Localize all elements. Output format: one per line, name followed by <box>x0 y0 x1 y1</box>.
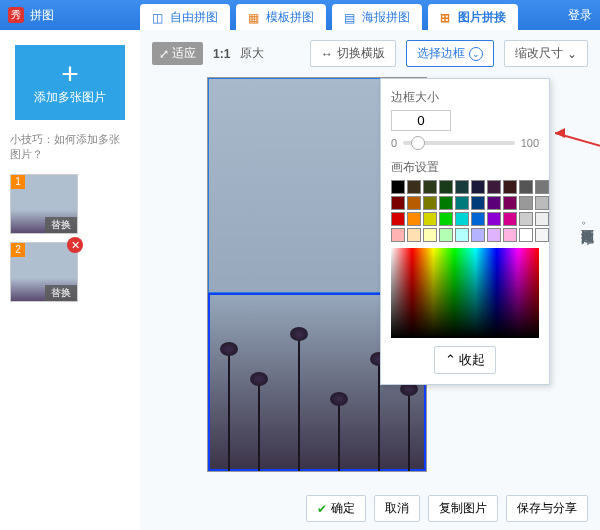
color-swatch[interactable] <box>391 180 405 194</box>
save-share-button[interactable]: 保存与分享 <box>506 495 588 522</box>
tab-1[interactable]: ▦模板拼图 <box>236 4 326 30</box>
color-swatch[interactable] <box>503 180 517 194</box>
thumbnail[interactable]: 1替换 <box>10 174 78 234</box>
resize-button[interactable]: 缩改尺寸 ⌄ <box>504 40 588 67</box>
color-swatch[interactable] <box>535 228 549 242</box>
tab-bar: ◫自由拼图▦模板拼图▤海报拼图⊞图片拼接 <box>140 4 518 30</box>
tab-3[interactable]: ⊞图片拼接 <box>428 4 518 30</box>
color-swatch[interactable] <box>519 180 533 194</box>
color-swatch[interactable] <box>487 196 501 210</box>
color-swatch[interactable] <box>471 228 485 242</box>
color-swatch[interactable] <box>423 196 437 210</box>
switch-icon: ↔ <box>321 47 333 61</box>
chevron-up-icon: ⌃ <box>445 352 456 367</box>
footer-buttons: ✔确定 取消 复制图片 保存与分享 <box>306 495 588 522</box>
border-popup: 边框大小 0 100 画布设置 ⌃ 收起 <box>380 78 550 385</box>
fit-icon: ⤢ <box>159 47 169 61</box>
copy-image-button[interactable]: 复制图片 <box>428 495 498 522</box>
thumb-index: 2 <box>11 243 25 257</box>
color-swatch[interactable] <box>471 212 485 226</box>
tab-icon: ◫ <box>152 11 166 25</box>
color-swatch[interactable] <box>535 180 549 194</box>
color-swatch[interactable] <box>423 228 437 242</box>
svg-line-0 <box>555 133 600 180</box>
color-swatch[interactable] <box>455 212 469 226</box>
color-swatch[interactable] <box>439 212 453 226</box>
tab-icon: ⊞ <box>440 11 454 25</box>
color-swatch[interactable] <box>535 212 549 226</box>
annotation-text: 可拖动图片更换顺序。 <box>578 220 596 233</box>
color-swatch[interactable] <box>535 196 549 210</box>
color-swatch[interactable] <box>519 196 533 210</box>
add-images-button[interactable]: + 添加多张图片 <box>15 45 125 120</box>
app-logo: 秀 <box>8 7 24 23</box>
canvas-toolbar: ⤢ 适应 1:1 原大 ↔ 切换横版 选择边框 ⌄ 缩改尺寸 ⌄ <box>152 40 588 67</box>
cancel-button[interactable]: 取消 <box>374 495 420 522</box>
border-size-input[interactable] <box>391 110 451 131</box>
color-swatch[interactable] <box>407 212 421 226</box>
color-swatch[interactable] <box>407 196 421 210</box>
select-border-button[interactable]: 选择边框 ⌄ <box>406 40 494 67</box>
ok-button[interactable]: ✔确定 <box>306 495 366 522</box>
color-swatch[interactable] <box>455 196 469 210</box>
color-swatch[interactable] <box>391 228 405 242</box>
color-swatch[interactable] <box>455 180 469 194</box>
color-swatch[interactable] <box>519 212 533 226</box>
border-size-label: 边框大小 <box>391 89 539 106</box>
check-icon: ✔ <box>317 502 327 516</box>
close-icon[interactable]: ✕ <box>67 237 83 253</box>
tab-icon: ▤ <box>344 11 358 25</box>
annotation-arrow <box>555 125 600 185</box>
color-swatch[interactable] <box>439 228 453 242</box>
tab-icon: ▦ <box>248 11 262 25</box>
color-swatch[interactable] <box>439 180 453 194</box>
chevron-down-icon: ⌄ <box>469 47 483 61</box>
color-swatch[interactable] <box>487 212 501 226</box>
collapse-button[interactable]: ⌃ 收起 <box>434 346 497 374</box>
color-swatch[interactable] <box>503 212 517 226</box>
color-swatch[interactable] <box>487 180 501 194</box>
color-swatches <box>391 180 539 242</box>
thumb-index: 1 <box>11 175 25 189</box>
border-size-slider[interactable] <box>403 141 515 145</box>
color-gradient-picker[interactable] <box>391 248 539 338</box>
thumbnail[interactable]: 2✕替换 <box>10 242 78 302</box>
window-title: 拼图 <box>30 7 54 24</box>
color-swatch[interactable] <box>471 196 485 210</box>
color-swatch[interactable] <box>407 228 421 242</box>
ratio-label: 1:1 <box>213 47 230 61</box>
chevron-down-icon: ⌄ <box>567 47 577 61</box>
color-swatch[interactable] <box>503 228 517 242</box>
add-images-label: 添加多张图片 <box>34 89 106 106</box>
color-swatch[interactable] <box>423 180 437 194</box>
sidebar: + 添加多张图片 小技巧：如何添加多张图片？ 1替换2✕替换 <box>0 30 140 530</box>
original-size-button[interactable]: 原大 <box>240 45 264 62</box>
color-swatch[interactable] <box>455 228 469 242</box>
color-swatch[interactable] <box>503 196 517 210</box>
slider-min: 0 <box>391 137 397 149</box>
tip-text[interactable]: 小技巧：如何添加多张图片？ <box>10 132 130 162</box>
color-swatch[interactable] <box>391 196 405 210</box>
fit-button[interactable]: ⤢ 适应 <box>152 42 203 65</box>
color-swatch[interactable] <box>519 228 533 242</box>
canvas-area: ⤢ 适应 1:1 原大 ↔ 切换横版 选择边框 ⌄ 缩改尺寸 ⌄ <box>140 30 600 530</box>
tab-0[interactable]: ◫自由拼图 <box>140 4 230 30</box>
replace-button[interactable]: 替换 <box>45 285 77 301</box>
color-swatch[interactable] <box>439 196 453 210</box>
plus-icon: + <box>61 59 79 89</box>
tab-2[interactable]: ▤海报拼图 <box>332 4 422 30</box>
switch-template-button[interactable]: ↔ 切换横版 <box>310 40 396 67</box>
svg-marker-1 <box>555 128 565 138</box>
color-swatch[interactable] <box>471 180 485 194</box>
color-swatch[interactable] <box>487 228 501 242</box>
canvas-settings-label: 画布设置 <box>391 159 539 176</box>
slider-max: 100 <box>521 137 539 149</box>
color-swatch[interactable] <box>407 180 421 194</box>
color-swatch[interactable] <box>391 212 405 226</box>
replace-button[interactable]: 替换 <box>45 217 77 233</box>
color-swatch[interactable] <box>423 212 437 226</box>
login-link[interactable]: 登录 <box>568 7 592 24</box>
slider-knob[interactable] <box>411 136 425 150</box>
